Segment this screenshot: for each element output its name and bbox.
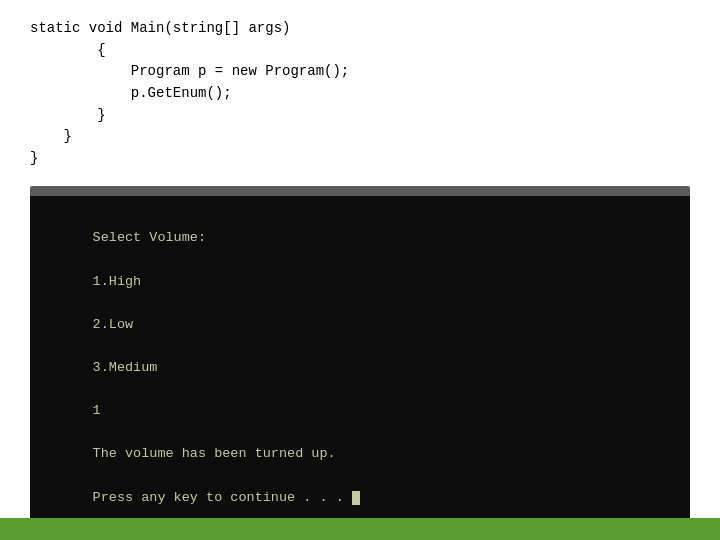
code-line-4: p.GetEnum(); <box>30 83 690 105</box>
code-line-1: static void Main(string[] args) <box>30 18 690 40</box>
terminal-line-2: 1.High <box>93 274 142 289</box>
code-line-3: Program p = new Program(); <box>30 61 690 83</box>
code-line-7: } <box>30 148 690 170</box>
terminal-cursor <box>352 491 360 505</box>
terminal-output: Select Volume: 1.High 2.Low 3.Medium 1 T… <box>30 196 690 540</box>
terminal-line-4: 3.Medium <box>93 360 158 375</box>
code-line-6: } <box>30 126 690 148</box>
terminal-titlebar <box>30 186 690 196</box>
terminal-line-7: Press any key to continue . . . <box>93 490 352 505</box>
code-line-2: { <box>30 40 690 62</box>
bottom-bar <box>0 518 720 540</box>
terminal-line-1: Select Volume: <box>93 230 206 245</box>
code-line-5: } <box>30 105 690 127</box>
terminal-wrapper: Select Volume: 1.High 2.Low 3.Medium 1 T… <box>30 186 690 540</box>
page-wrapper: static void Main(string[] args) { Progra… <box>0 0 720 540</box>
terminal-line-3: 2.Low <box>93 317 134 332</box>
terminal-line-5: 1 <box>93 403 101 418</box>
terminal-line-6: The volume has been turned up. <box>93 446 336 461</box>
code-area: static void Main(string[] args) { Progra… <box>0 0 720 186</box>
